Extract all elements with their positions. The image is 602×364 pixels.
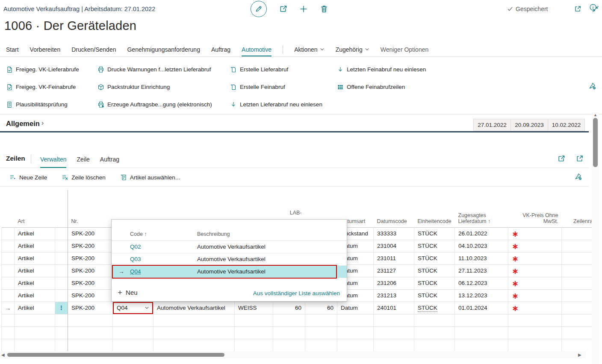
share-icon[interactable]	[279, 5, 287, 13]
action-drucke-warnungen-f-letzten-lieferabruf[interactable]: Drucke Warnungen f...letzten Lieferabruf	[97, 61, 230, 78]
missing-value-asterisk: ∗	[512, 229, 519, 238]
delete-icon[interactable]	[320, 5, 328, 13]
action-packstruktur-einrichtung[interactable]: Packstruktur Einrichtung	[97, 78, 230, 96]
tab-drucken-senden[interactable]: Drucken/Senden	[71, 42, 116, 56]
action-plausibilitätsprüfung[interactable]: Plausibilitätsprüfung	[6, 96, 97, 113]
dropdown-code-link[interactable]: Q04	[130, 268, 141, 275]
scroll-left-icon[interactable]: ◀	[1, 352, 5, 357]
dropdown-row-q04[interactable]: →Q04Automotive Verkaufsartikel	[112, 266, 347, 278]
empty-cell	[2, 326, 15, 339]
cell-lagerort: WEISS	[235, 302, 273, 314]
toolbar-zeile-löschen[interactable]: Zeile löschen	[62, 174, 106, 181]
tab-weniger-optionen[interactable]: Weniger Optionen	[381, 42, 429, 56]
info-icon[interactable]	[589, 3, 597, 11]
action-freigeg-vk-feinabrufe[interactable]: Freigeg. VK-Feinabrufe	[6, 78, 97, 96]
dropdown-row-q03[interactable]: Q03Automotive Verkaufsartikel	[112, 253, 347, 266]
zeilen-toolbar: Neue ZeileZeile löschenArtikel auswählen…	[0, 168, 589, 187]
variantencode-annotation-box: Q04	[113, 302, 153, 314]
action-offene-feinabrufzeilen[interactable]: Offene Feinabrufzeilen	[337, 78, 602, 96]
scroll-up-icon[interactable]: ▲	[593, 113, 597, 117]
cell-einheitencode: STÜCK	[414, 227, 455, 240]
zeilen-title: Zeilen	[6, 155, 25, 162]
action-letzten-feinabruf-neu-einlesen[interactable]: Letzten Feinabruf neu einlesen	[337, 61, 602, 78]
popout-icon[interactable]	[574, 5, 581, 13]
cell-nr: SPK-200	[68, 302, 113, 314]
zeilen-tab-zeile[interactable]: Zeile	[77, 150, 89, 168]
cell-datumscode: 333333	[374, 227, 414, 240]
edit-pencil-icon[interactable]	[251, 1, 267, 17]
row-menu-cell	[55, 277, 68, 289]
context-bar: Automotive Verkaufsauftrag | Arbeitsdatu…	[3, 6, 155, 12]
table-row[interactable]: →Artikel⋮SPK-200Q04Automotive Verkaufsar…	[2, 302, 592, 314]
tab-automotive[interactable]: Automotive	[242, 42, 271, 56]
tab-auftrag[interactable]: Auftrag	[211, 42, 230, 56]
allgemein-header[interactable]: Allgemein›	[6, 119, 44, 128]
allgemein-date-2: 10.02.2022	[548, 119, 585, 131]
dropdown-col-code[interactable]: Code ↑	[130, 231, 147, 237]
cell-einheitencode[interactable]: STÜCK	[414, 302, 455, 314]
empty-table-row[interactable]	[2, 339, 592, 351]
empty-cell	[55, 314, 68, 326]
col-header-vkpreis[interactable]: VK-Preis Ohne MwSt.	[508, 190, 562, 227]
allgemein-section: Allgemein› 27.01.202220.09.202310.02.202…	[0, 116, 589, 132]
popout-icon[interactable]	[575, 155, 584, 163]
cell-lieferdatum: 01.01.2024	[455, 302, 508, 314]
action-erstelle-feinabruf[interactable]: Erstelle Feinabruf	[230, 78, 337, 96]
variantencode-cell[interactable]: Q04	[113, 302, 153, 314]
dropdown-code-link[interactable]: Q02	[130, 244, 141, 250]
scroll-right-icon[interactable]: ▶	[578, 352, 581, 357]
new-button[interactable]: + Neu	[118, 288, 138, 296]
col-header-lieferdatum[interactable]: Zugesagtes Lieferdatum ↑	[455, 190, 508, 227]
zeilen-tab-auftrag[interactable]: Auftrag	[100, 150, 119, 168]
dropdown-code-link[interactable]: Q03	[130, 256, 141, 262]
add-icon[interactable]	[299, 5, 308, 13]
tab-vorbereiten[interactable]: Vorbereiten	[30, 42, 61, 56]
pin-icon[interactable]	[574, 173, 582, 180]
toolbar-artikel-auswählen[interactable]: Artikel auswählen...	[120, 174, 180, 181]
horizontal-scroll-thumb[interactable]	[7, 353, 224, 357]
col-header-art[interactable]: Art	[15, 190, 55, 227]
dropdown-header: Code ↑ Beschreibung	[112, 220, 347, 241]
row-menu-cell	[55, 252, 68, 264]
row-selector	[2, 277, 15, 289]
empty-table-row[interactable]	[2, 314, 592, 326]
col-header-zeilenrabatt[interactable]: Zeilenrabat	[562, 190, 592, 227]
action-erstelle-lieferabruf[interactable]: Erstelle Lieferabruf	[230, 61, 337, 78]
zeilen-header: Zeilen VerwaltenZeileAuftrag	[0, 150, 589, 168]
vertical-scrollbar[interactable]: ▲	[592, 112, 599, 364]
pin-icon[interactable]	[588, 82, 596, 90]
action-letzten-lieferabruf-neu-einlesen[interactable]: Letzten Lieferabruf neu einlesen	[230, 96, 337, 113]
missing-value-asterisk: ∗	[512, 267, 519, 276]
action-erzeuge-auftragsbe-gung-elektronisch[interactable]: Erzeuge Auftragsbe...gung (elektronisch)	[97, 96, 230, 113]
dropdown-col-beschreibung[interactable]: Beschreibung	[197, 231, 230, 237]
col-header-nr[interactable]: Nr.	[68, 190, 113, 227]
tab-zugehörig[interactable]: Zugehörig	[336, 42, 369, 56]
tab-genehmigungsanforderung[interactable]: Genehmigungsanforderung	[127, 42, 200, 56]
tab-start[interactable]: Start	[6, 42, 19, 56]
frozen-pane-divider	[68, 190, 68, 351]
select-from-full-list-link[interactable]: Aus vollständiger Liste auswählen	[253, 290, 340, 296]
empty-cell	[562, 314, 592, 326]
dropdown-beschreibung: Automotive Verkaufsartikel	[197, 256, 266, 262]
vertical-scroll-thumb[interactable]	[593, 118, 598, 167]
empty-cell	[374, 314, 414, 326]
row-menu-cell[interactable]: ⋮	[55, 302, 68, 314]
empty-cell	[305, 339, 337, 351]
dropdown-row-q02[interactable]: Q02Automotive Verkaufsartikel	[112, 241, 347, 253]
toolbar-neue-zeile[interactable]: Neue Zeile	[9, 174, 47, 181]
empty-table-row[interactable]	[2, 326, 592, 339]
empty-cell	[337, 339, 374, 351]
col-header-datumscode[interactable]: Datumscode	[374, 190, 414, 227]
horizontal-scrollbar[interactable]: ◀ ▶	[0, 351, 586, 358]
empty-cell	[273, 326, 305, 339]
tab-aktionen[interactable]: Aktionen	[294, 42, 324, 56]
row-selector	[2, 227, 15, 240]
cell-datumscode: 231127	[374, 264, 414, 277]
share-icon[interactable]	[557, 155, 565, 163]
zeilen-tab-verwalten[interactable]: Verwalten	[40, 150, 66, 168]
action-freigeg-vk-lieferabrufe[interactable]: Freigeg. VK-Lieferabrufe	[6, 61, 97, 78]
empty-cell	[2, 339, 15, 351]
row-menu-cell	[55, 264, 68, 277]
col-header-einheitencode[interactable]: Einheitencode	[414, 190, 455, 227]
cell-lab_menge: 60	[273, 302, 305, 314]
